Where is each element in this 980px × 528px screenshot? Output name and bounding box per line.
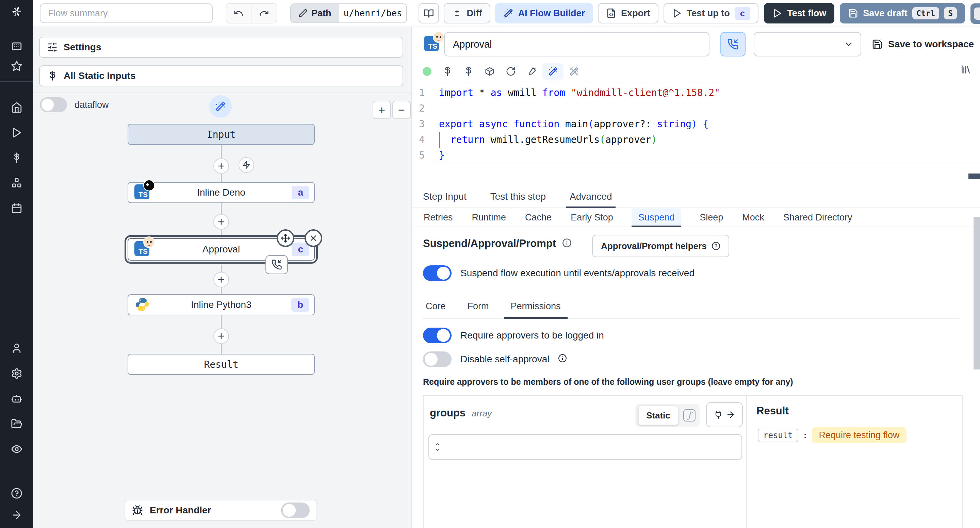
- add-variable-button[interactable]: [437, 63, 458, 80]
- step-dropdown[interactable]: [754, 32, 861, 56]
- flow-summary-input[interactable]: [40, 3, 213, 23]
- step-node-python[interactable]: Inline Python3 b: [127, 294, 315, 315]
- folders-icon[interactable]: [10, 417, 24, 431]
- deploy-button-partial[interactable]: [970, 3, 980, 24]
- approval-kind-button[interactable]: [721, 32, 746, 56]
- play-icon: [772, 8, 782, 18]
- ai-step-wand-button[interactable]: [209, 95, 232, 118]
- zoom-in-button[interactable]: +: [372, 101, 391, 119]
- move-step-button[interactable]: [277, 229, 294, 247]
- reload-button[interactable]: [500, 63, 521, 80]
- runs-icon[interactable]: [10, 126, 24, 140]
- code-editor[interactable]: 1import * as wmill from "windmill-client…: [412, 82, 980, 186]
- tab-step-input[interactable]: Step Input: [423, 186, 466, 208]
- tab-early-stop[interactable]: Early Stop: [570, 208, 614, 227]
- python-icon: [134, 297, 151, 313]
- all-static-inputs-button[interactable]: All Static Inputs: [39, 65, 403, 86]
- dataflow-toggle[interactable]: [40, 97, 67, 112]
- expression-mode-button[interactable]: ƒ: [682, 408, 697, 423]
- static-mode-button[interactable]: Static: [638, 406, 679, 425]
- tab-mock[interactable]: Mock: [741, 208, 765, 227]
- save-draft-button[interactable]: Save draft Ctrl S: [840, 3, 965, 24]
- add-resource-button[interactable]: [458, 63, 479, 80]
- resources-icon[interactable]: [10, 176, 24, 190]
- result-key-chip[interactable]: result: [758, 429, 798, 442]
- tab-retries[interactable]: Retries: [423, 208, 453, 227]
- redo-button[interactable]: [251, 4, 277, 23]
- tab-suspend[interactable]: Suspend: [632, 208, 682, 227]
- tab-sleep[interactable]: Sleep: [699, 208, 724, 227]
- flow-input-node[interactable]: Input: [127, 124, 315, 145]
- insert-step-button-2[interactable]: [213, 214, 229, 230]
- disable-self-approval-toggle[interactable]: [423, 351, 452, 367]
- suspend-settings: Suspend/Approval/Prompt Approval/Prompt …: [412, 227, 980, 528]
- ai-off-button[interactable]: [563, 63, 585, 80]
- tab-runtime[interactable]: Runtime: [471, 208, 507, 227]
- undo-button[interactable]: [226, 4, 251, 23]
- editor-overview-marker: [969, 173, 980, 179]
- expand-sidebar-icon[interactable]: [10, 508, 24, 522]
- insert-step-button-1[interactable]: [213, 158, 229, 174]
- audit-logs-eye-icon[interactable]: [10, 442, 24, 456]
- save-to-workspace-button[interactable]: Save to workspace: [872, 32, 974, 56]
- package-button[interactable]: [479, 63, 500, 80]
- variables-icon[interactable]: [10, 151, 24, 165]
- windmill-logo-icon[interactable]: [10, 5, 24, 18]
- tab-test-this-step[interactable]: Test this step: [490, 186, 546, 208]
- docs-button[interactable]: [418, 3, 439, 24]
- path-value: u/henri/bes: [339, 4, 406, 22]
- zoom-out-button[interactable]: −: [392, 101, 411, 119]
- panel-divider: [33, 92, 411, 93]
- help-icon[interactable]: [10, 487, 24, 500]
- path-button[interactable]: Path u/henri/bes: [290, 3, 407, 23]
- tab-cache[interactable]: Cache: [524, 208, 552, 227]
- apps-icon[interactable]: [10, 40, 24, 53]
- error-handler-toggle[interactable]: [281, 503, 310, 518]
- editor-toolbar: [420, 63, 585, 80]
- book-open-icon: [424, 8, 434, 18]
- library-icon[interactable]: [960, 64, 971, 76]
- test-up-to-button[interactable]: Test up to c: [663, 3, 759, 24]
- insert-step-button-3[interactable]: [213, 272, 229, 288]
- suspend-enable-toggle[interactable]: [423, 266, 452, 281]
- approval-prompt-helpers-button[interactable]: Approval/Prompt helpers: [592, 235, 729, 257]
- groups-array-input[interactable]: [428, 434, 742, 460]
- flow-result-node[interactable]: Result: [127, 354, 315, 375]
- schedules-icon[interactable]: [10, 201, 24, 215]
- settings-gear-icon[interactable]: [10, 367, 24, 380]
- users-icon[interactable]: [10, 342, 24, 355]
- step-name-input[interactable]: [444, 32, 710, 56]
- export-button[interactable]: Export: [598, 3, 659, 24]
- phone-incoming-icon: [271, 259, 282, 270]
- home-icon[interactable]: [10, 101, 24, 114]
- tab-shared-directory[interactable]: Shared Directory: [783, 208, 853, 227]
- plug-icon: [714, 410, 723, 420]
- close-icon: [309, 234, 318, 243]
- disable-self-approval-label: Disable self-approval: [460, 354, 549, 365]
- error-handler-row[interactable]: Error Handler: [124, 500, 317, 521]
- connect-input-button[interactable]: [706, 402, 743, 427]
- tab-core[interactable]: Core: [426, 294, 446, 318]
- trigger-step-button[interactable]: [239, 157, 254, 173]
- workers-robot-icon[interactable]: [10, 392, 24, 406]
- tab-advanced[interactable]: Advanced: [570, 186, 612, 208]
- insert-step-button-4[interactable]: [213, 328, 229, 344]
- scrollbar-thumb[interactable]: [974, 217, 980, 369]
- format-brush-button[interactable]: [521, 63, 542, 80]
- ai-assistant-button[interactable]: [542, 63, 563, 80]
- info-icon[interactable]: [558, 354, 567, 365]
- ai-flow-builder-button[interactable]: AI Flow Builder: [495, 3, 593, 24]
- step-node-deno[interactable]: TS Inline Deno a: [127, 182, 315, 203]
- test-flow-button[interactable]: Test flow: [764, 3, 834, 24]
- groups-hint-text: Require approvers to be members of one o…: [423, 377, 793, 387]
- tab-form[interactable]: Form: [468, 294, 489, 318]
- tab-permissions[interactable]: Permissions: [511, 294, 561, 318]
- diff-button[interactable]: Diff: [444, 3, 490, 24]
- flow-settings-button[interactable]: Settings: [39, 37, 403, 58]
- info-icon[interactable]: [562, 238, 572, 249]
- require-login-toggle[interactable]: [423, 328, 452, 343]
- favorites-star-icon[interactable]: [10, 59, 24, 73]
- step-tabs: Step Input Test this step Advanced: [412, 186, 980, 208]
- expand-collapse-icon[interactable]: [434, 442, 441, 452]
- delete-step-button[interactable]: [305, 229, 322, 247]
